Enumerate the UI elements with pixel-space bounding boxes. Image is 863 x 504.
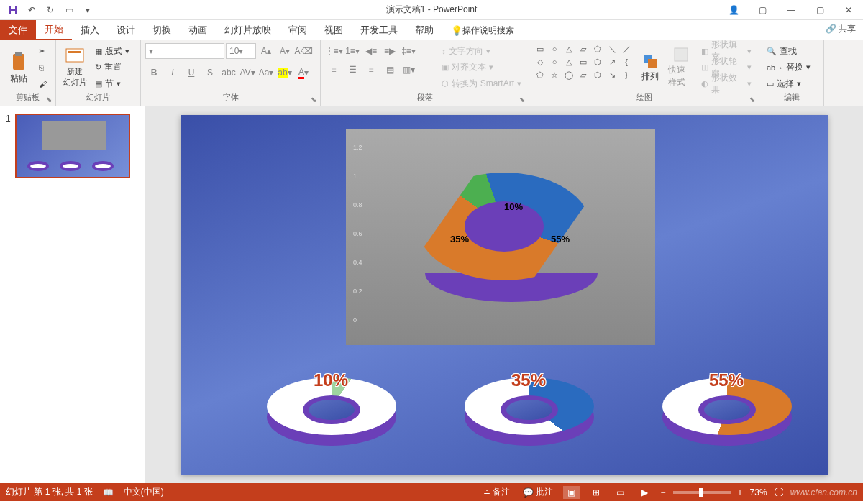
svg-rect-8: [675, 48, 688, 61]
underline-button[interactable]: U: [183, 65, 200, 81]
find-button[interactable]: 🔍 查找: [764, 44, 819, 58]
select-button[interactable]: ▭ 选择 ▾: [764, 77, 819, 91]
shapes-gallery[interactable]: ▭○△▱⬠＼／ ◇○△▭⬡↗{ ⬠☆◯▱⬡↘}: [534, 43, 633, 92]
maximize-button[interactable]: ▢: [805, 0, 834, 20]
decrease-font-icon[interactable]: A▾: [276, 43, 293, 59]
mini-donut-3-label: 55%: [709, 370, 744, 390]
tab-view[interactable]: 视图: [316, 20, 352, 40]
layout-button[interactable]: ▦ 版式 ▾: [92, 44, 132, 58]
drawing-launcher-icon[interactable]: ⬊: [747, 94, 757, 104]
zoom-level[interactable]: 73%: [750, 487, 767, 498]
decrease-indent-button[interactable]: ◀≡: [362, 43, 380, 59]
layout-label: 版式: [105, 45, 122, 58]
tab-review[interactable]: 审阅: [280, 20, 316, 40]
clear-formatting-icon[interactable]: A⌫: [295, 43, 312, 59]
shadow-button[interactable]: abc: [220, 65, 237, 81]
normal-view-button[interactable]: ▣: [563, 486, 580, 499]
arrange-button[interactable]: 排列: [636, 43, 664, 92]
increase-indent-button[interactable]: ≡▶: [381, 43, 398, 59]
zoom-in-button[interactable]: +: [738, 487, 743, 498]
numbering-button[interactable]: 1≡▾: [344, 43, 361, 59]
change-case-button[interactable]: Aa▾: [257, 65, 275, 81]
convert-smartart-button[interactable]: ⬡ 转换为 SmartArt ▾: [439, 77, 524, 91]
tab-design[interactable]: 设计: [108, 20, 144, 40]
chart-label-35: 35%: [450, 234, 469, 244]
chart-label-55: 55%: [551, 234, 570, 244]
shape-effects-button[interactable]: ◐ 形状效果 ▾: [698, 77, 754, 91]
share-button[interactable]: 🔗 共享: [826, 23, 856, 35]
save-button[interactable]: [4, 1, 22, 19]
text-direction-button[interactable]: ↕ 文字方向 ▾: [439, 44, 524, 58]
slide-editor[interactable]: 1.2 1 0.8 0.6 0.4 0.2 0 10% 35%: [145, 106, 863, 483]
sorter-view-button[interactable]: ⊞: [588, 486, 605, 499]
mini-donut-2[interactable]: 35%: [450, 374, 608, 446]
slide-canvas[interactable]: 1.2 1 0.8 0.6 0.4 0.2 0 10% 35%: [181, 115, 828, 475]
spellcheck-icon[interactable]: 📖: [103, 487, 114, 498]
justify-button[interactable]: ▤: [381, 62, 398, 78]
new-slide-button[interactable]: 新建 幻灯片: [60, 43, 89, 92]
align-right-button[interactable]: ≡: [362, 62, 380, 78]
mini-donut-1[interactable]: 10%: [252, 374, 411, 446]
paste-button[interactable]: 粘贴: [4, 43, 33, 92]
align-center-button[interactable]: ☰: [344, 62, 361, 78]
bullets-button[interactable]: ⋮≡▾: [325, 43, 342, 59]
copy-button[interactable]: ⎘: [36, 60, 50, 75]
language-status[interactable]: 中文(中国): [124, 486, 164, 498]
ribbon-options-icon[interactable]: ▢: [748, 0, 777, 20]
tab-animations[interactable]: 动画: [180, 20, 216, 40]
tab-transitions[interactable]: 切换: [144, 20, 180, 40]
undo-button[interactable]: ↶: [23, 1, 40, 19]
replace-button[interactable]: ab→ 替换 ▾: [764, 60, 819, 75]
redo-button[interactable]: ↻: [42, 1, 59, 19]
tab-file[interactable]: 文件: [0, 20, 36, 40]
qat-customize-icon[interactable]: ▾: [79, 1, 96, 19]
tab-slideshow[interactable]: 幻灯片放映: [216, 20, 280, 40]
slide-thumbnails-panel: 1: [0, 106, 145, 483]
increase-font-icon[interactable]: A▴: [257, 43, 275, 59]
group-label-drawing: 绘图: [534, 92, 754, 104]
group-editing: 🔍 查找 ab→ 替换 ▾ ▭ 选择 ▾ 编辑: [759, 40, 824, 106]
start-from-beginning-button[interactable]: ▭: [60, 1, 78, 19]
quick-styles-button[interactable]: 快速样式: [667, 43, 695, 92]
clipboard-launcher-icon[interactable]: ⬊: [44, 94, 54, 104]
highlight-button[interactable]: ab▾: [276, 65, 293, 81]
cut-button[interactable]: ✂: [36, 44, 50, 58]
reading-view-button[interactable]: ▭: [612, 486, 629, 499]
tab-help[interactable]: 帮助: [406, 20, 442, 40]
svg-rect-7: [648, 59, 657, 68]
close-button[interactable]: ✕: [834, 0, 863, 20]
zoom-out-button[interactable]: −: [661, 487, 666, 498]
tab-insert[interactable]: 插入: [72, 20, 108, 40]
char-spacing-button[interactable]: AV▾: [239, 65, 256, 81]
strikethrough-button[interactable]: S: [201, 65, 219, 81]
mini-donut-2-label: 35%: [511, 370, 546, 390]
bold-button[interactable]: B: [145, 65, 163, 81]
slide-thumbnail-1[interactable]: [15, 114, 130, 178]
align-left-button[interactable]: ≡: [325, 62, 342, 78]
comments-button[interactable]: 💬 批注: [520, 485, 556, 500]
font-family-select[interactable]: ▾: [145, 43, 224, 59]
paragraph-launcher-icon[interactable]: ⬊: [517, 94, 527, 104]
zoom-slider[interactable]: [673, 491, 731, 494]
line-spacing-button[interactable]: ‡≡▾: [400, 43, 417, 59]
italic-button[interactable]: I: [164, 65, 181, 81]
minimize-button[interactable]: —: [777, 0, 805, 20]
align-text-button[interactable]: ▣ 对齐文本 ▾: [439, 60, 524, 75]
font-color-button[interactable]: A▾: [295, 65, 312, 81]
columns-button[interactable]: ▥▾: [400, 62, 417, 78]
notes-button[interactable]: ≐ 备注: [480, 485, 513, 500]
reset-button[interactable]: ↻ 重置: [92, 60, 132, 75]
main-chart[interactable]: 1.2 1 0.8 0.6 0.4 0.2 0 10% 35%: [346, 129, 655, 345]
mini-donut-3[interactable]: 55%: [648, 374, 806, 446]
font-launcher-icon[interactable]: ⬊: [309, 94, 319, 104]
slideshow-view-button[interactable]: ▶: [636, 486, 654, 499]
chart-label-10: 10%: [504, 201, 523, 212]
tell-me[interactable]: 💡 操作说明搜索: [442, 20, 523, 40]
format-painter-button[interactable]: 🖌: [36, 77, 50, 91]
font-size-select[interactable]: 10 ▾: [226, 43, 256, 59]
account-icon[interactable]: 👤: [719, 0, 748, 20]
section-button[interactable]: ▤ 节 ▾: [92, 77, 132, 91]
fit-to-window-button[interactable]: ⛶: [775, 487, 783, 498]
tab-home[interactable]: 开始: [36, 20, 72, 40]
tab-developer[interactable]: 开发工具: [352, 20, 406, 40]
